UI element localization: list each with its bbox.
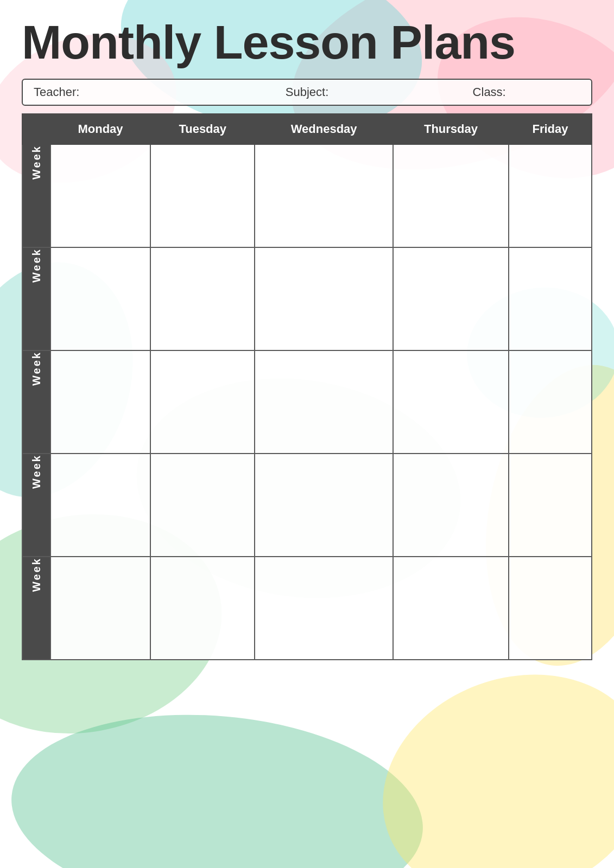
friday-header: Friday bbox=[509, 114, 592, 144]
class-label: Class: bbox=[398, 85, 580, 99]
week-row-2: Week bbox=[22, 247, 592, 350]
friday-cell-week-1[interactable] bbox=[509, 144, 592, 247]
tuesday-header: Tuesday bbox=[150, 114, 255, 144]
week-label-3: Week bbox=[22, 350, 50, 454]
wednesday-cell-week-4[interactable] bbox=[255, 454, 393, 557]
thursday-cell-week-4[interactable] bbox=[393, 454, 509, 557]
thursday-cell-week-1[interactable] bbox=[393, 144, 509, 247]
week-column-header bbox=[22, 114, 50, 144]
week-label-4: Week bbox=[22, 454, 50, 557]
teacher-label: Teacher: bbox=[34, 85, 216, 99]
tuesday-cell-week-2[interactable] bbox=[150, 247, 255, 350]
wednesday-cell-week-1[interactable] bbox=[255, 144, 393, 247]
wednesday-cell-week-2[interactable] bbox=[255, 247, 393, 350]
page-title: Monthly Lesson Plans bbox=[22, 16, 592, 69]
week-row-1: Week bbox=[22, 144, 592, 247]
subject-label: Subject: bbox=[216, 85, 398, 99]
wednesday-cell-week-5[interactable] bbox=[255, 557, 393, 660]
monday-cell-week-2[interactable] bbox=[50, 247, 150, 350]
tuesday-cell-week-3[interactable] bbox=[150, 350, 255, 454]
monday-cell-week-4[interactable] bbox=[50, 454, 150, 557]
friday-cell-week-3[interactable] bbox=[509, 350, 592, 454]
monday-cell-week-5[interactable] bbox=[50, 557, 150, 660]
wednesday-cell-week-3[interactable] bbox=[255, 350, 393, 454]
friday-cell-week-4[interactable] bbox=[509, 454, 592, 557]
thursday-header: Thursday bbox=[393, 114, 509, 144]
week-label-2: Week bbox=[22, 247, 50, 350]
header-row: Monday Tuesday Wednesday Thursday Friday bbox=[22, 114, 592, 144]
thursday-cell-week-5[interactable] bbox=[393, 557, 509, 660]
svg-point-5 bbox=[3, 699, 431, 868]
schedule-table: Monday Tuesday Wednesday Thursday Friday… bbox=[22, 113, 592, 660]
tuesday-cell-week-4[interactable] bbox=[150, 454, 255, 557]
week-label-1: Week bbox=[22, 144, 50, 247]
wednesday-header: Wednesday bbox=[255, 114, 393, 144]
friday-cell-week-2[interactable] bbox=[509, 247, 592, 350]
friday-cell-week-5[interactable] bbox=[509, 557, 592, 660]
monday-header: Monday bbox=[50, 114, 150, 144]
week-label-5: Week bbox=[22, 557, 50, 660]
tuesday-cell-week-5[interactable] bbox=[150, 557, 255, 660]
week-row-4: Week bbox=[22, 454, 592, 557]
week-row-3: Week bbox=[22, 350, 592, 454]
thursday-cell-week-2[interactable] bbox=[393, 247, 509, 350]
week-row-5: Week bbox=[22, 557, 592, 660]
monday-cell-week-1[interactable] bbox=[50, 144, 150, 247]
info-bar: Teacher: Subject: Class: bbox=[22, 79, 592, 106]
monday-cell-week-3[interactable] bbox=[50, 350, 150, 454]
tuesday-cell-week-1[interactable] bbox=[150, 144, 255, 247]
thursday-cell-week-3[interactable] bbox=[393, 350, 509, 454]
